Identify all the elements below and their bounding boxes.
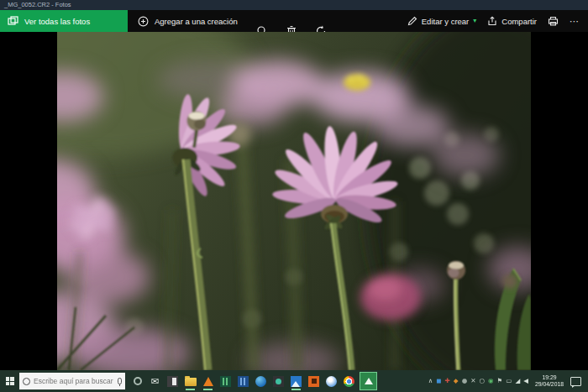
photo-canvas[interactable]	[57, 32, 531, 370]
toolbar-right-group: Editar y crear ▾ Compartir ⋯	[407, 16, 588, 27]
add-to-creation-button[interactable]: Agregar a una creación	[138, 16, 238, 27]
share-label: Compartir	[501, 17, 537, 26]
onenote-icon	[167, 376, 178, 387]
fotos-app-icon	[365, 378, 373, 384]
edge-browser-icon	[255, 376, 266, 387]
paint-sphere-icon	[326, 376, 337, 387]
camera-app-icon	[273, 376, 284, 387]
taskbar-icon-paint-sphere[interactable]	[324, 372, 339, 390]
antivirus-icon[interactable]: ✚	[445, 377, 450, 385]
view-all-photos-button[interactable]: Ver todas las fotos	[0, 10, 128, 32]
edit-pencil-icon	[407, 16, 417, 26]
clock-date: 29/04/2018	[535, 381, 564, 388]
circled-plus-icon	[138, 16, 149, 27]
caret-down-icon: ▾	[473, 18, 476, 24]
volume-icon[interactable]: ◀	[523, 377, 528, 385]
taskbar-icon-fotos-active[interactable]	[360, 372, 377, 390]
green-status-icon[interactable]: ◉	[488, 377, 494, 385]
taskbar-icon-mail[interactable]: ✉	[148, 372, 162, 390]
edit-create-button[interactable]: Editar y crear ▾	[407, 16, 477, 26]
windows-logo-icon	[6, 377, 14, 385]
onedrive-icon[interactable]: ◼	[436, 377, 441, 385]
view-all-photos-label: Ver todas las fotos	[24, 17, 90, 26]
windows-taskbar: ✉ ∧ ◼ ✚ ◆ ● ✕ ○ ◉ ⚑ ▭ ◢ ◀	[0, 370, 588, 392]
clock-time: 19:29	[535, 374, 564, 381]
ring-status-icon[interactable]: ○	[479, 377, 485, 385]
network-icon[interactable]: ◢	[515, 377, 520, 385]
photos-grid-icon	[8, 16, 18, 27]
hidden-icons-chevron[interactable]: ∧	[428, 377, 433, 385]
taskbar-icon-word[interactable]	[236, 372, 250, 390]
microphone-icon[interactable]	[118, 378, 122, 384]
photo-content-area	[0, 32, 588, 370]
see-more-button[interactable]: ⋯	[570, 16, 580, 27]
orange-app-icon[interactable]: ◆	[454, 377, 459, 385]
taskbar-icon-edge[interactable]	[254, 372, 268, 390]
illustrator-icon	[308, 376, 319, 387]
excel-icon	[220, 376, 231, 387]
app-toolbar: Ver todas las fotos Agregar a una creaci…	[0, 10, 588, 32]
taskbar-icon-file-explorer[interactable]	[183, 372, 197, 390]
cortana-ring-icon	[23, 378, 30, 385]
taskbar-icon-illustrator[interactable]	[307, 372, 321, 390]
taskbar-icon-chrome[interactable]	[342, 372, 356, 390]
chrome-icon	[344, 376, 354, 387]
taskbar-icon-onenote[interactable]	[165, 372, 180, 390]
taskbar-icon-excel[interactable]	[218, 372, 233, 390]
flag-status-icon[interactable]: ⚑	[497, 377, 503, 385]
taskbar-icon-cortana-circle[interactable]	[130, 372, 144, 390]
photo-viewer-icon	[291, 376, 302, 387]
add-to-creation-label: Agregar a una creación	[155, 17, 238, 26]
edit-create-label: Editar y crear	[422, 17, 470, 26]
action-center-icon[interactable]	[570, 377, 581, 386]
pinned-apps: ✉	[130, 372, 377, 390]
close-status-icon[interactable]: ✕	[470, 377, 475, 385]
battery-icon[interactable]: ▭	[506, 377, 512, 385]
mail-icon: ✉	[151, 377, 159, 386]
system-tray: ∧ ◼ ✚ ◆ ● ✕ ○ ◉ ⚑ ▭ ◢ ◀ 19:29 29/04/2018	[428, 374, 588, 388]
window-titlebar[interactable]: _MG_0052.CR2 - Fotos	[0, 0, 588, 10]
window-title: _MG_0052.CR2 - Fotos	[4, 1, 71, 8]
taskbar-icon-camera[interactable]	[271, 372, 286, 390]
taskbar-search-box[interactable]	[19, 373, 125, 389]
file-explorer-icon	[185, 378, 197, 386]
vlc-cone-icon	[203, 377, 213, 386]
cortana-circle-icon	[134, 377, 142, 385]
word-icon	[238, 376, 249, 387]
taskbar-icon-photo-viewer[interactable]	[289, 372, 303, 390]
share-icon	[487, 16, 497, 26]
share-button[interactable]: Compartir	[487, 16, 537, 26]
taskbar-clock[interactable]: 19:29 29/04/2018	[535, 374, 564, 388]
photos-app-window: _MG_0052.CR2 - Fotos Ver todas las fotos…	[0, 0, 588, 392]
gray-status-icon[interactable]: ●	[462, 377, 468, 385]
search-input[interactable]	[34, 377, 114, 385]
start-button[interactable]	[0, 370, 19, 392]
taskbar-icon-vlc[interactable]	[201, 372, 215, 390]
print-icon	[548, 16, 559, 26]
print-button[interactable]	[548, 16, 559, 26]
